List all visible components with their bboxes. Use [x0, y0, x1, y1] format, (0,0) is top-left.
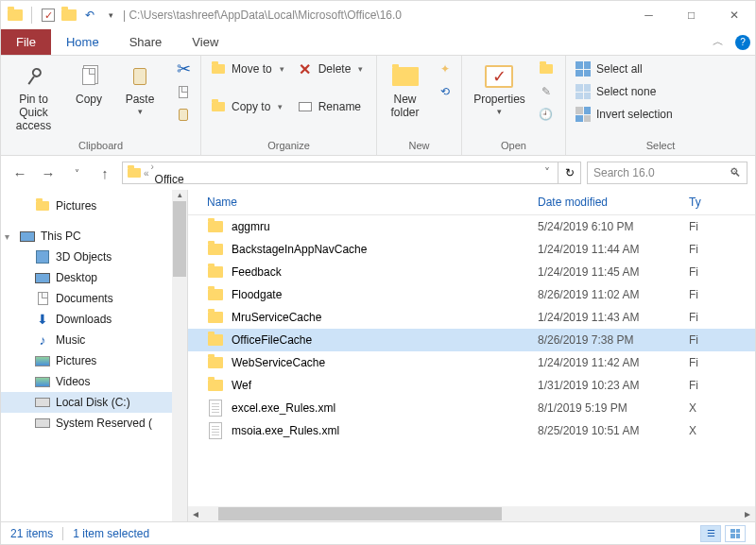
tree-item[interactable]: Pictures [1, 196, 187, 216]
minimize-button[interactable]: ─ [627, 1, 670, 29]
breadcrumb-segment[interactable]: Office [151, 173, 205, 184]
chevron-down-icon[interactable]: ˅ [541, 166, 554, 179]
tab-view[interactable]: View [177, 29, 233, 55]
column-type[interactable]: Ty [689, 196, 755, 209]
details-view-button[interactable]: ☰ [700, 525, 721, 542]
close-button[interactable]: ✕ [713, 1, 755, 29]
file-type: Fi [689, 379, 755, 392]
group-new: New folder ✦ ⟲ New [377, 56, 462, 155]
cube-icon [35, 249, 50, 264]
group-label-organize: Organize [207, 138, 370, 155]
tree-item[interactable]: 3D Objects [1, 247, 187, 267]
select-none-button[interactable]: Select none [572, 82, 677, 101]
scrollbar-thumb[interactable] [173, 201, 186, 277]
undo-qat-icon[interactable]: ↶ [81, 7, 98, 24]
maximize-button[interactable]: □ [670, 1, 713, 29]
select-none-icon [576, 84, 591, 99]
column-name[interactable]: Name [207, 196, 538, 209]
tree-item[interactable]: Documents [1, 288, 187, 309]
file-row[interactable]: aggmru5/24/2019 6:10 PMFi [188, 215, 755, 238]
new-item-button[interactable]: ✦ [434, 60, 456, 78]
properties-qat-icon[interactable]: ✓ [40, 7, 57, 24]
new-folder-button[interactable]: New folder [383, 60, 428, 122]
file-icon [207, 400, 224, 417]
file-row[interactable]: Floodgate8/26/2019 11:02 AMFi [188, 283, 755, 306]
edit-button[interactable]: ✎ [535, 82, 558, 101]
forward-button[interactable]: → [37, 162, 60, 184]
file-row[interactable]: msoia.exe_Rules.xml8/25/2019 10:51 AMX [188, 419, 755, 442]
pc-icon [20, 229, 35, 244]
file-name: Wef [232, 379, 538, 392]
file-name: MruServiceCache [232, 311, 538, 324]
tab-share[interactable]: Share [114, 29, 178, 55]
thumbnails-view-button[interactable] [725, 525, 746, 542]
tree-item[interactable]: System Reserved ( [1, 413, 187, 434]
easy-access-button[interactable]: ⟲ [434, 82, 456, 101]
copy-path-button[interactable] [172, 82, 195, 101]
tab-home[interactable]: Home [51, 29, 114, 55]
properties-button[interactable]: ✓ Properties ▾ [470, 60, 529, 118]
tree-item[interactable]: ⬇Downloads [1, 309, 187, 330]
group-label-new: New [383, 138, 455, 155]
folder-icon [207, 309, 224, 326]
scroll-right-icon[interactable]: ▸ [740, 507, 755, 520]
folder-icon [207, 377, 224, 394]
copy-to-button[interactable]: Copy to▾ [207, 97, 288, 116]
cut-button[interactable]: ✂ [172, 60, 195, 78]
file-name: Feedback [232, 265, 538, 279]
navigation-tree[interactable]: Pictures▾This PC3D ObjectsDesktopDocumen… [1, 190, 188, 521]
copy-button[interactable]: Copy [66, 60, 112, 109]
scroll-left-icon[interactable]: ◂ [188, 507, 203, 520]
horizontal-scrollbar[interactable]: ◂ ▸ [188, 506, 755, 521]
delete-button[interactable]: ✕Delete▾ [294, 60, 368, 78]
file-row[interactable]: excel.exe_Rules.xml8/1/2019 5:19 PMX [188, 397, 755, 419]
chevron-left-icon[interactable]: « [144, 168, 149, 179]
recent-locations-button[interactable]: ˅ [65, 162, 88, 184]
qat-customize-icon[interactable]: ▾ [102, 7, 119, 24]
invert-selection-button[interactable]: Invert selection [572, 105, 677, 124]
file-row[interactable]: OfficeFileCache8/26/2019 7:38 PMFi [188, 329, 755, 351]
up-button[interactable]: ↑ [94, 162, 116, 184]
chevron-right-icon[interactable]: › [151, 162, 154, 172]
pin-to-quick-access-button[interactable]: Pin to Quick access [7, 60, 60, 134]
tree-item[interactable]: Videos [1, 371, 187, 392]
tab-file[interactable]: File [1, 29, 51, 55]
rename-button[interactable]: Rename [294, 97, 368, 116]
delete-icon: ✕ [298, 61, 313, 77]
tree-scrollbar[interactable]: ▴ [172, 190, 187, 521]
tree-item[interactable]: ▾This PC [1, 226, 187, 247]
file-row[interactable]: MruServiceCache1/24/2019 11:43 AMFi [188, 306, 755, 329]
search-input[interactable]: Search 16.0 🔍︎ [587, 162, 747, 184]
file-row[interactable]: Wef1/31/2019 10:23 AMFi [188, 374, 755, 397]
scrollbar-thumb[interactable] [218, 507, 502, 520]
tree-item[interactable]: Pictures [1, 350, 187, 371]
tree-item[interactable]: Local Disk (C:) [1, 392, 187, 413]
file-row[interactable]: BackstageInAppNavCache1/24/2019 11:44 AM… [188, 238, 755, 261]
move-to-button[interactable]: Move to▾ [207, 60, 288, 78]
chevron-down-icon[interactable]: ▾ [5, 231, 14, 242]
column-headers[interactable]: Name Date modified Ty [188, 190, 755, 215]
newfolder-qat-icon[interactable] [60, 7, 77, 24]
file-date: 8/1/2019 5:19 PM [538, 401, 689, 415]
tree-item-label: This PC [41, 230, 81, 243]
back-button[interactable]: ← [9, 162, 31, 184]
file-row[interactable]: Feedback1/24/2019 11:45 AMFi [188, 261, 755, 283]
breadcrumb[interactable]: « Local›Microsoft›Office›16.0› ˅ [122, 162, 558, 184]
open-button[interactable] [535, 60, 558, 78]
paste-shortcut-button[interactable] [172, 105, 195, 124]
refresh-button[interactable]: ↻ [558, 162, 581, 184]
help-icon[interactable]: ? [730, 29, 755, 55]
history-button[interactable]: 🕘 [535, 105, 558, 124]
file-type: X [689, 401, 755, 415]
file-date: 8/25/2019 10:51 AM [538, 424, 689, 437]
file-type: Fi [689, 311, 755, 324]
paste-button[interactable]: Paste ▾ [117, 60, 163, 118]
file-type: Fi [689, 220, 755, 233]
tree-item[interactable]: Desktop [1, 267, 187, 288]
column-date[interactable]: Date modified [538, 196, 689, 209]
file-row[interactable]: WebServiceCache1/24/2019 11:42 AMFi [188, 351, 755, 374]
tree-item[interactable]: ♪Music [1, 330, 187, 350]
collapse-ribbon-icon[interactable]: ︿ [706, 29, 730, 55]
select-all-button[interactable]: Select all [572, 60, 677, 78]
file-type: Fi [689, 356, 755, 369]
